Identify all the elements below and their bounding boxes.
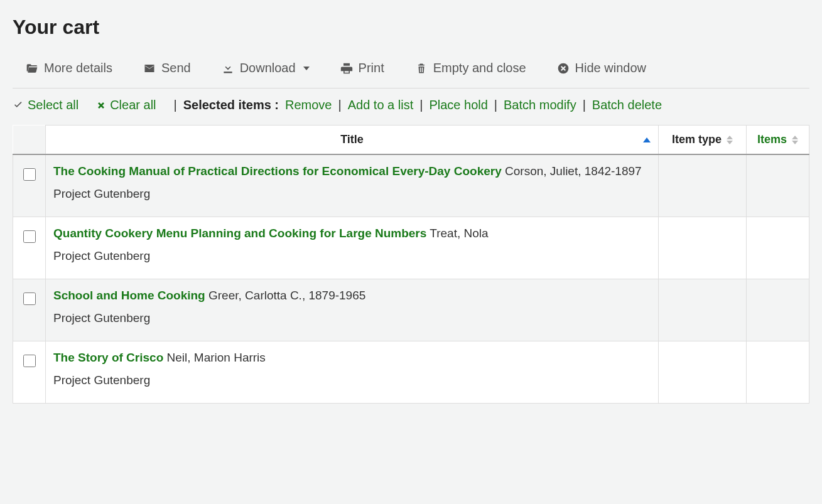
row-title-cell: Quantity Cookery Menu Planning and Cooki… xyxy=(46,217,659,279)
row-checkbox[interactable] xyxy=(23,230,36,243)
column-checkbox xyxy=(13,126,46,155)
page-title: Your cart xyxy=(13,16,809,39)
row-title-cell: School and Home Cooking Greer, Carlotta … xyxy=(46,279,659,341)
batch-delete-link[interactable]: Batch delete xyxy=(592,98,662,112)
download-button[interactable]: Download xyxy=(221,61,310,75)
item-author: Treat, Nola xyxy=(430,227,488,240)
separator: | xyxy=(494,98,497,112)
item-publisher: Project Gutenberg xyxy=(53,311,651,325)
column-title-label: Title xyxy=(340,133,364,146)
download-icon xyxy=(221,62,235,75)
envelope-icon xyxy=(143,62,156,75)
row-checkbox-cell xyxy=(13,341,46,404)
sort-icon xyxy=(727,136,733,144)
row-item-type xyxy=(659,154,747,217)
column-items[interactable]: Items xyxy=(747,126,809,155)
item-author: Corson, Juliet, 1842-1897 xyxy=(505,164,642,178)
send-label: Send xyxy=(161,61,191,75)
more-details-button[interactable]: More details xyxy=(25,61,112,75)
row-title-cell: The Story of Crisco Neil, Marion Harris … xyxy=(46,341,659,404)
check-icon xyxy=(13,100,24,111)
separator: | xyxy=(419,98,423,112)
x-icon xyxy=(96,100,106,110)
row-items xyxy=(747,217,809,279)
row-items xyxy=(747,279,809,341)
item-title-link[interactable]: The Story of Crisco xyxy=(53,351,163,364)
item-publisher: Project Gutenberg xyxy=(53,373,651,387)
download-label: Download xyxy=(240,61,296,75)
separator: | xyxy=(174,98,177,112)
trash-icon xyxy=(414,62,428,75)
more-details-label: More details xyxy=(44,61,112,75)
select-all-label: Select all xyxy=(28,98,78,112)
row-checkbox[interactable] xyxy=(23,168,36,181)
hide-window-button[interactable]: Hide window xyxy=(556,61,646,75)
remove-link[interactable]: Remove xyxy=(285,98,332,112)
table-row: Quantity Cookery Menu Planning and Cooki… xyxy=(13,217,809,279)
separator: | xyxy=(338,98,342,112)
item-publisher: Project Gutenberg xyxy=(53,187,651,201)
column-items-label: Items xyxy=(757,133,787,146)
clear-all-link[interactable]: Clear all xyxy=(96,98,156,112)
sort-asc-icon xyxy=(643,137,651,142)
empty-close-button[interactable]: Empty and close xyxy=(414,61,526,75)
column-title[interactable]: Title xyxy=(46,126,659,155)
row-item-type xyxy=(659,217,747,279)
item-title-link[interactable]: The Cooking Manual of Practical Directio… xyxy=(53,164,502,178)
separator: | xyxy=(583,98,586,112)
table-row: School and Home Cooking Greer, Carlotta … xyxy=(13,279,809,341)
print-button[interactable]: Print xyxy=(340,61,384,75)
place-hold-link[interactable]: Place hold xyxy=(429,98,487,112)
folder-open-icon xyxy=(25,62,39,75)
add-to-list-link[interactable]: Add to a list xyxy=(348,98,414,112)
item-author: Neil, Marion Harris xyxy=(167,351,266,364)
row-checkbox-cell xyxy=(13,279,46,341)
clear-all-label: Clear all xyxy=(110,98,156,112)
action-bar: Select all Clear all | Selected items : … xyxy=(13,98,809,112)
sort-icon xyxy=(792,136,798,144)
row-checkbox[interactable] xyxy=(23,355,36,367)
print-icon xyxy=(340,62,354,75)
batch-modify-link[interactable]: Batch modify xyxy=(504,98,576,112)
empty-close-label: Empty and close xyxy=(433,61,526,75)
item-title-link[interactable]: School and Home Cooking xyxy=(53,289,205,302)
row-item-type xyxy=(659,279,747,341)
row-item-type xyxy=(659,341,747,404)
item-publisher: Project Gutenberg xyxy=(53,249,651,263)
cart-table: Title Item type Items The Cook xyxy=(13,125,809,404)
item-author: Greer, Carlotta C., 1879-1965 xyxy=(208,289,365,302)
column-item-type[interactable]: Item type xyxy=(659,126,747,155)
toolbar: More details Send Download Print Empty a… xyxy=(13,55,809,88)
close-circle-icon xyxy=(556,62,570,75)
row-items xyxy=(747,341,809,404)
row-checkbox[interactable] xyxy=(23,292,36,305)
table-row: The Story of Crisco Neil, Marion Harris … xyxy=(13,341,809,404)
row-title-cell: The Cooking Manual of Practical Directio… xyxy=(46,154,659,217)
row-checkbox-cell xyxy=(13,154,46,217)
print-label: Print xyxy=(359,61,384,75)
table-row: The Cooking Manual of Practical Directio… xyxy=(13,154,809,217)
row-items xyxy=(747,154,809,217)
select-all-link[interactable]: Select all xyxy=(13,98,78,112)
row-checkbox-cell xyxy=(13,217,46,279)
selected-items-label: Selected items : xyxy=(183,98,279,112)
item-title-link[interactable]: Quantity Cookery Menu Planning and Cooki… xyxy=(53,227,426,240)
send-button[interactable]: Send xyxy=(143,61,191,75)
caret-down-icon xyxy=(303,67,310,70)
column-item-type-label: Item type xyxy=(672,133,722,146)
hide-window-label: Hide window xyxy=(575,61,646,75)
